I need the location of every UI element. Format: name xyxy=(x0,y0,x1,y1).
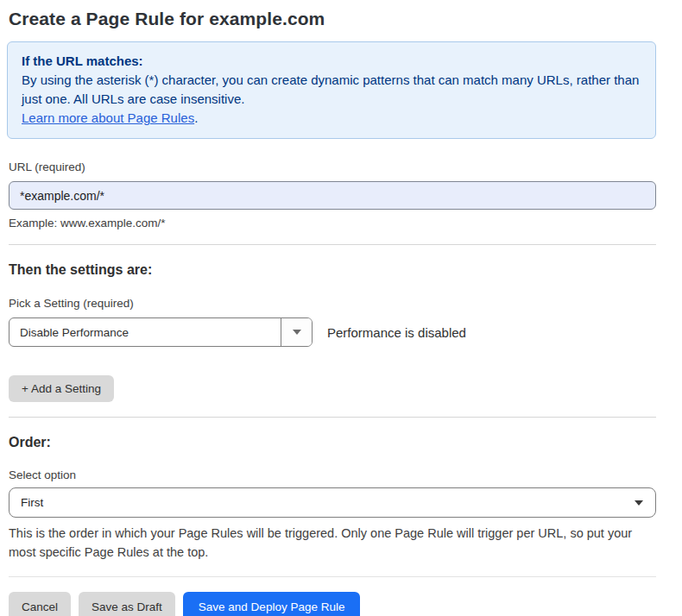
chevron-down-icon xyxy=(293,330,301,335)
setting-select-value: Disable Performance xyxy=(9,318,281,346)
url-input[interactable] xyxy=(9,181,656,210)
chevron-down-icon xyxy=(635,500,643,506)
order-help-text: This is the order in which your Page Rul… xyxy=(9,524,647,562)
order-select[interactable]: First xyxy=(9,487,656,518)
notice-link-suffix: . xyxy=(194,110,198,125)
notice-body: By using the asterisk (*) character, you… xyxy=(22,71,641,109)
setting-select[interactable]: Disable Performance xyxy=(9,317,313,347)
cancel-button[interactable]: Cancel xyxy=(9,592,71,616)
save-and-deploy-button[interactable]: Save and Deploy Page Rule xyxy=(183,592,361,616)
setting-status-text: Performance is disabled xyxy=(327,325,466,340)
divider xyxy=(9,244,656,245)
order-section-heading: Order: xyxy=(9,435,656,450)
setting-select-arrow-button[interactable] xyxy=(281,318,312,346)
page-title: Create a Page Rule for example.com xyxy=(9,9,656,29)
setting-select-row: Disable Performance Performance is disab… xyxy=(9,317,656,347)
divider xyxy=(9,417,656,418)
url-match-notice: If the URL matches: By using the asteris… xyxy=(7,41,656,139)
url-example-text: Example: www.example.com/* xyxy=(9,217,656,229)
settings-section-heading: Then the settings are: xyxy=(9,262,656,278)
order-select-value: First xyxy=(21,496,43,509)
pick-setting-label: Pick a Setting (required) xyxy=(9,297,656,310)
url-label: URL (required) xyxy=(9,160,656,173)
save-as-draft-button[interactable]: Save as Draft xyxy=(79,592,175,616)
order-select-label: Select option xyxy=(9,468,656,481)
add-setting-button[interactable]: + Add a Setting xyxy=(9,375,114,402)
url-field-group: URL (required) Example: www.example.com/… xyxy=(9,160,656,229)
notice-heading: If the URL matches: xyxy=(22,52,641,71)
notice-link-line: Learn more about Page Rules. xyxy=(22,109,641,128)
divider xyxy=(9,576,656,577)
footer-actions: Cancel Save as Draft Save and Deploy Pag… xyxy=(9,592,656,616)
learn-more-page-rules-link[interactable]: Learn more about Page Rules xyxy=(22,110,194,125)
create-page-rule-panel: Create a Page Rule for example.com If th… xyxy=(9,0,656,616)
